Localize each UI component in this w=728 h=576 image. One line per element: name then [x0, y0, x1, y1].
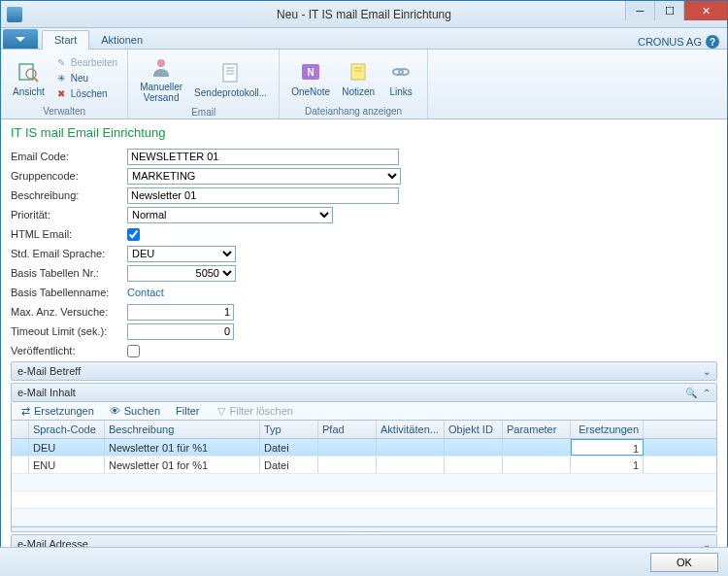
- section-betreff[interactable]: e-Mail Betreff⌄: [11, 361, 717, 381]
- html-email-label: HTML Email:: [11, 228, 127, 240]
- col-objekt-id[interactable]: Objekt ID: [445, 421, 503, 438]
- new-icon: ✳: [54, 71, 68, 85]
- footer: OK: [0, 547, 728, 576]
- ersetzungen-button[interactable]: ⇄Ersetzungen: [16, 404, 98, 418]
- gruppencode-label: Gruppencode:: [11, 170, 127, 182]
- manueller-versand-label: Manueller Versand: [140, 82, 182, 103]
- filter-button[interactable]: Filter: [172, 404, 203, 418]
- beschreibung-label: Beschreibung:: [11, 189, 127, 201]
- col-aktivitaeten[interactable]: Aktivitäten...: [377, 421, 445, 438]
- col-typ[interactable]: Typ: [260, 421, 318, 438]
- links-icon: [387, 58, 414, 85]
- delete-icon: ✖: [54, 86, 68, 100]
- section-inhalt[interactable]: e-Mail Inhalt🔍⌃: [11, 383, 717, 402]
- inhalt-grid: Sprach-Code Beschreibung Typ Pfad Aktivi…: [11, 421, 717, 527]
- replace-icon: ⇄: [19, 405, 31, 417]
- svg-line-2: [34, 78, 38, 82]
- notizen-label: Notizen: [342, 86, 375, 97]
- std-sprache-label: Std. Email Sprache:: [11, 248, 127, 259]
- grid-header: Sprach-Code Beschreibung Typ Pfad Aktivi…: [12, 421, 716, 439]
- links-button[interactable]: Links: [381, 51, 421, 104]
- timeout-input[interactable]: [127, 323, 234, 340]
- filter-loeschen-button[interactable]: ▽Filter löschen: [212, 404, 297, 418]
- ok-button[interactable]: OK: [650, 553, 718, 572]
- dateianhang-group-label: Dateianhang anzeigen: [285, 104, 421, 117]
- links-label: Links: [389, 86, 412, 97]
- window-title: Neu - IT IS mail Email Einrichtung: [1, 8, 727, 21]
- timeout-label: Timeout Limit (sek.):: [11, 325, 127, 337]
- basis-tab-name-value[interactable]: Contact: [127, 287, 164, 298]
- loeschen-button[interactable]: ✖Löschen: [50, 85, 121, 101]
- help-icon[interactable]: ?: [706, 35, 719, 49]
- search-icon: 👁: [110, 405, 121, 417]
- notizen-button[interactable]: Notizen: [336, 51, 381, 104]
- beschreibung-input[interactable]: [127, 187, 399, 204]
- ribbon: Ansicht ✎Bearbeiten ✳Neu ✖Löschen Verwal…: [1, 50, 727, 119]
- basis-tab-nr-select[interactable]: 5050: [127, 265, 236, 282]
- onenote-icon: N: [297, 58, 324, 85]
- app-menu-button[interactable]: [3, 29, 38, 49]
- max-versuche-label: Max. Anz. Versuche:: [11, 306, 127, 318]
- neu-button[interactable]: ✳Neu: [50, 70, 121, 85]
- email-group-label: Email: [134, 105, 273, 118]
- page-title: IT IS mail Email Einrichtung: [11, 125, 717, 140]
- maximize-button[interactable]: ☐: [654, 1, 683, 20]
- sendeprotokoll-button[interactable]: Sendeprotokoll...: [188, 51, 273, 105]
- ansicht-label: Ansicht: [13, 86, 45, 97]
- pencil-icon: ✎: [54, 55, 68, 69]
- col-ersetzungen[interactable]: Ersetzungen: [571, 421, 644, 438]
- svg-rect-10: [351, 64, 365, 80]
- funnel-icon: ▽: [215, 405, 227, 417]
- bearbeiten-button[interactable]: ✎Bearbeiten: [50, 54, 121, 70]
- log-icon: [217, 59, 245, 86]
- tab-start[interactable]: Start: [42, 30, 89, 50]
- notes-icon: [345, 58, 372, 85]
- chevron-up-icon: ⌃: [703, 388, 711, 398]
- tab-aktionen[interactable]: Aktionen: [89, 31, 154, 49]
- inhalt-toolbar: ⇄Ersetzungen 👁Suchen Filter ▽Filter lösc…: [11, 402, 717, 421]
- close-button[interactable]: ✕: [683, 1, 727, 20]
- content-area: IT IS mail Email Einrichtung Email Code:…: [1, 119, 727, 576]
- search-inline-icon[interactable]: 🔍: [685, 388, 697, 398]
- prioritaet-select[interactable]: Normal: [127, 207, 333, 223]
- svg-rect-4: [223, 64, 237, 82]
- veroeffentlicht-checkbox[interactable]: [127, 345, 140, 357]
- std-sprache-select[interactable]: DEU: [127, 246, 236, 262]
- suchen-button[interactable]: 👁Suchen: [106, 404, 164, 418]
- gruppencode-select[interactable]: MARKETING: [127, 168, 401, 185]
- veroeffentlicht-label: Veröffentlicht:: [11, 345, 127, 356]
- manueller-versand-button[interactable]: Manueller Versand: [134, 51, 188, 105]
- tab-bar: Start Aktionen CRONUS AG ?: [1, 28, 727, 50]
- basis-tab-name-label: Basis Tabellenname:: [11, 287, 127, 298]
- basis-tab-nr-label: Basis Tabellen Nr.:: [11, 267, 127, 279]
- verwalten-group-label: Verwalten: [7, 104, 121, 117]
- col-parameter[interactable]: Parameter: [503, 421, 571, 438]
- titlebar: Neu - IT IS mail Email Einrichtung ─ ☐ ✕: [1, 1, 727, 28]
- onenote-label: OneNote: [291, 86, 330, 97]
- col-pfad[interactable]: Pfad: [318, 421, 377, 438]
- ansicht-button[interactable]: Ansicht: [7, 51, 50, 104]
- grid-resize-handle[interactable]: ⋯⋯⋯: [11, 527, 717, 532]
- max-versuche-input[interactable]: [127, 304, 234, 321]
- svg-point-3: [157, 59, 165, 67]
- svg-text:N: N: [308, 67, 314, 78]
- onenote-button[interactable]: N OneNote: [285, 51, 336, 104]
- person-icon: [148, 53, 175, 81]
- col-sprach[interactable]: Sprach-Code: [29, 421, 105, 438]
- table-row[interactable]: ENU Newsletter 01 for %1 Datei 1: [12, 457, 716, 474]
- col-beschreibung[interactable]: Beschreibung: [105, 421, 260, 438]
- email-code-label: Email Code:: [11, 151, 127, 162]
- email-code-input[interactable]: [127, 149, 399, 165]
- company-label: CRONUS AG ?: [638, 35, 719, 49]
- html-email-checkbox[interactable]: [127, 228, 140, 241]
- prioritaet-label: Priorität:: [11, 209, 127, 220]
- chevron-down-icon: ⌄: [703, 366, 711, 377]
- company-text: CRONUS AG: [638, 36, 702, 48]
- minimize-button[interactable]: ─: [625, 1, 654, 20]
- view-icon: [15, 58, 42, 85]
- sendeprotokoll-label: Sendeprotokoll...: [194, 87, 267, 98]
- table-row[interactable]: DEU Newsletter 01 für %1 Datei 1: [12, 439, 716, 457]
